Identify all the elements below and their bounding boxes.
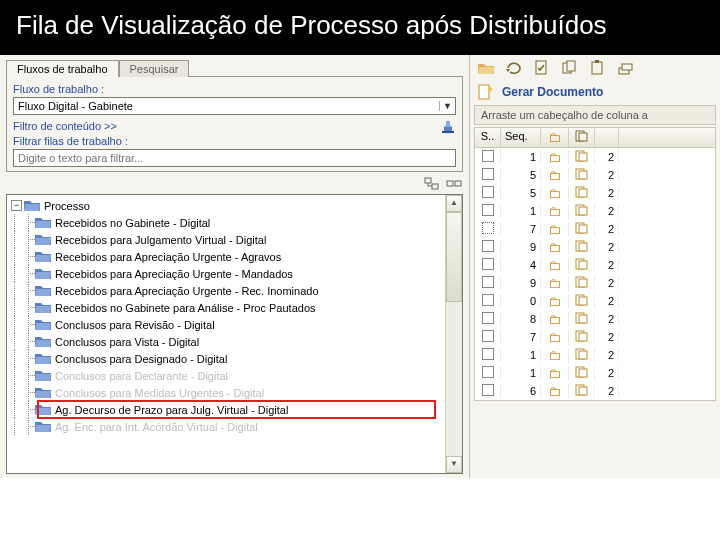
col-seq-header[interactable]: Seq. [501,128,541,147]
gerar-documento-link[interactable]: Gerar Documento [502,85,603,99]
row-checkbox[interactable] [482,348,494,360]
grid-row[interactable]: 8🗀2 [475,310,715,328]
tree-item[interactable]: Recebidos para Apreciação Urgente - Agra… [7,248,462,265]
cell-copy-icon[interactable] [569,258,595,272]
expand-all-icon[interactable] [423,176,441,192]
cell-copy-icon[interactable] [569,168,595,182]
col-n-header[interactable] [595,128,619,147]
copy-icon[interactable] [560,59,580,77]
cell-copy-icon[interactable] [569,186,595,200]
grid-row[interactable]: 9🗀2 [475,274,715,292]
row-checkbox[interactable] [482,240,494,252]
grid-row[interactable]: 1🗀2 [475,364,715,382]
tree-item[interactable]: Conclusos para Medidas Urgentes - Digita… [7,384,462,401]
col-select-header[interactable]: S.. [475,128,501,147]
cell-folder-icon[interactable]: 🗀 [541,276,569,291]
row-checkbox[interactable] [482,258,494,270]
row-checkbox[interactable] [482,204,494,216]
cell-folder-icon[interactable]: 🗀 [541,330,569,345]
collapse-icon[interactable]: − [11,200,22,211]
tree-item[interactable]: Ag. Decurso de Prazo para Julg. Virtual … [7,401,462,418]
tree-root[interactable]: −Processo [7,197,462,214]
tree-item[interactable]: Conclusos para Declarante - Digital [7,367,462,384]
grid-row[interactable]: 9🗀2 [475,238,715,256]
col-icon2-header[interactable] [569,128,595,147]
stamp-icon[interactable] [440,119,456,133]
row-checkbox[interactable] [482,150,494,162]
tree-item[interactable]: Ag. Enc. para Int. Acórdão Virtual - Dig… [7,418,462,435]
row-checkbox[interactable] [482,276,494,288]
document-sparkle-icon[interactable] [476,83,496,101]
grid-row[interactable]: 5🗀2 [475,184,715,202]
tree-item[interactable]: Recebidos para Julgamento Virtual - Digi… [7,231,462,248]
tree-item[interactable]: Recebidos para Apreciação Urgente - Rec.… [7,282,462,299]
grid-row[interactable]: 7🗀2 [475,328,715,346]
scroll-down-icon[interactable]: ▼ [446,456,462,473]
cell-n: 2 [595,241,619,253]
cell-folder-icon[interactable]: 🗀 [541,150,569,165]
grid-row[interactable]: 0🗀2 [475,292,715,310]
row-checkbox[interactable] [482,330,494,342]
cell-copy-icon[interactable] [569,204,595,218]
cell-folder-icon[interactable]: 🗀 [541,258,569,273]
row-checkbox[interactable] [482,222,494,234]
grid-row[interactable]: 6🗀2 [475,382,715,400]
cell-folder-icon[interactable]: 🗀 [541,222,569,237]
tree-scrollbar[interactable]: ▲ ▼ [445,195,462,473]
collapse-all-icon[interactable] [445,176,463,192]
fluxo-label: Fluxo de trabalho : [13,83,456,95]
cell-folder-icon[interactable]: 🗀 [541,312,569,327]
chevron-down-icon[interactable]: ▼ [439,101,455,111]
tree-item[interactable]: Recebidos no Gabinete para Análise - Pro… [7,299,462,316]
cell-copy-icon[interactable] [569,330,595,344]
scroll-up-icon[interactable]: ▲ [446,195,462,212]
cell-copy-icon[interactable] [569,294,595,308]
row-checkbox[interactable] [482,186,494,198]
row-checkbox[interactable] [482,366,494,378]
cell-copy-icon[interactable] [569,384,595,398]
tree-item[interactable]: Recebidos para Apreciação Urgente - Mand… [7,265,462,282]
grid-row[interactable]: 1🗀2 [475,346,715,364]
filtro-conteudo-link[interactable]: Filtro de conteúdo >> [13,119,456,133]
grid-row[interactable]: 1🗀2 [475,202,715,220]
col-icon1-header[interactable]: 🗀 [541,128,569,147]
filtrar-filas-input[interactable] [13,149,456,167]
cell-copy-icon[interactable] [569,312,595,326]
row-checkbox[interactable] [482,294,494,306]
paste-icon[interactable] [588,59,608,77]
cell-folder-icon[interactable]: 🗀 [541,348,569,363]
cell-copy-icon[interactable] [569,240,595,254]
tree-item[interactable]: Conclusos para Vista - Digital [7,333,462,350]
tree-item[interactable]: Conclusos para Revisão - Digital [7,316,462,333]
row-checkbox[interactable] [482,168,494,180]
row-checkbox[interactable] [482,312,494,324]
grid-row[interactable]: 4🗀2 [475,256,715,274]
refresh-icon[interactable] [504,59,524,77]
fluxo-combo[interactable]: Fluxo Digital - Gabinete ▼ [13,97,456,115]
cell-copy-icon[interactable] [569,348,595,362]
cell-folder-icon[interactable]: 🗀 [541,294,569,309]
cell-copy-icon[interactable] [569,276,595,290]
check-doc-icon[interactable] [532,59,552,77]
cell-copy-icon[interactable] [569,366,595,380]
scroll-thumb[interactable] [446,212,462,302]
open-folder-icon[interactable] [476,59,496,77]
cell-copy-icon[interactable] [569,222,595,236]
cell-folder-icon[interactable]: 🗀 [541,186,569,201]
tab-fluxos[interactable]: Fluxos de trabalho [6,60,119,77]
grid-row[interactable]: 5🗀2 [475,166,715,184]
tree-item[interactable]: Conclusos para Designado - Digital [7,350,462,367]
cell-folder-icon[interactable]: 🗀 [541,366,569,381]
cell-folder-icon[interactable]: 🗀 [541,384,569,399]
row-checkbox[interactable] [482,384,494,396]
tree-item[interactable]: Recebidos no Gabinete - Digital [7,214,462,231]
grid-row[interactable]: 1🗀2 [475,148,715,166]
cell-folder-icon[interactable]: 🗀 [541,240,569,255]
tab-pesquisar[interactable]: Pesquisar [119,60,190,77]
svg-rect-9 [595,60,599,63]
grid-row[interactable]: 7🗀2 [475,220,715,238]
cell-copy-icon[interactable] [569,150,595,164]
cell-folder-icon[interactable]: 🗀 [541,168,569,183]
stack-icon[interactable] [616,59,636,77]
cell-folder-icon[interactable]: 🗀 [541,204,569,219]
